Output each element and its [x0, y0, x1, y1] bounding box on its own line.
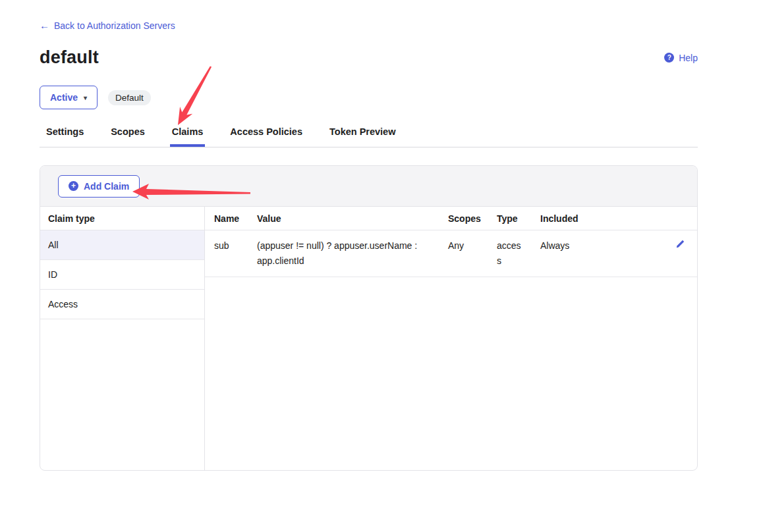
- help-link[interactable]: ? Help: [664, 53, 698, 63]
- tab-access-policies[interactable]: Access Policies: [228, 126, 304, 147]
- claim-type-list: Claim type All ID Access: [40, 207, 205, 470]
- status-dropdown-button[interactable]: Active ▾: [40, 86, 98, 109]
- plus-icon: +: [69, 181, 78, 191]
- back-link-label: Back to Authorization Servers: [54, 20, 175, 31]
- back-link[interactable]: ← Back to Authorization Servers: [40, 20, 175, 31]
- column-header-value: Value: [248, 207, 439, 230]
- page-title: default: [40, 47, 99, 68]
- caret-down-icon: ▾: [84, 94, 87, 101]
- back-arrow-icon: ←: [40, 20, 49, 31]
- table-header-row: Name Value Scopes Type Included: [205, 207, 697, 230]
- status-row: Active ▾ Default: [40, 86, 698, 109]
- table-row: sub (appuser != null) ? appuser.userName…: [205, 230, 697, 277]
- claim-type-header: Claim type: [40, 207, 204, 230]
- claim-type-cell: access: [488, 230, 531, 277]
- default-badge: Default: [108, 90, 151, 105]
- add-claim-label: Add Claim: [84, 181, 129, 192]
- claim-type-access[interactable]: Access: [40, 290, 204, 319]
- column-header-type: Type: [488, 207, 531, 230]
- edit-pencil-icon[interactable]: [675, 239, 685, 254]
- add-claim-button[interactable]: + Add Claim: [58, 175, 140, 198]
- tab-bar: Settings Scopes Claims Access Policies T…: [40, 126, 698, 147]
- tab-claims[interactable]: Claims: [170, 126, 206, 147]
- page-content: ← Back to Authorization Servers default …: [0, 0, 763, 471]
- panel-toolbar: + Add Claim: [40, 166, 697, 207]
- column-header-name: Name: [205, 207, 248, 230]
- claim-actions-cell: [663, 230, 697, 277]
- claim-name-cell: sub: [205, 230, 248, 277]
- claim-value-cell: (appuser != null) ? appuser.userName : a…: [248, 230, 439, 277]
- tab-scopes[interactable]: Scopes: [109, 126, 147, 147]
- claims-table: Name Value Scopes Type Included sub (app…: [205, 207, 697, 470]
- tab-settings[interactable]: Settings: [44, 126, 86, 147]
- help-link-label: Help: [679, 53, 698, 63]
- panel-body: Claim type All ID Access: [40, 207, 697, 470]
- tab-token-preview[interactable]: Token Preview: [327, 126, 397, 147]
- status-label: Active: [50, 92, 78, 103]
- claim-type-all[interactable]: All: [40, 230, 204, 260]
- title-row: default ? Help: [40, 47, 698, 68]
- column-header-scopes: Scopes: [439, 207, 488, 230]
- claim-included-cell: Always: [531, 230, 663, 277]
- column-header-included: Included: [531, 207, 663, 230]
- help-icon: ?: [664, 53, 674, 63]
- claim-scopes-cell: Any: [439, 230, 488, 277]
- column-header-actions: [663, 207, 697, 230]
- claim-type-id[interactable]: ID: [40, 260, 204, 290]
- claims-panel: + Add Claim Claim type All ID Access: [40, 165, 698, 471]
